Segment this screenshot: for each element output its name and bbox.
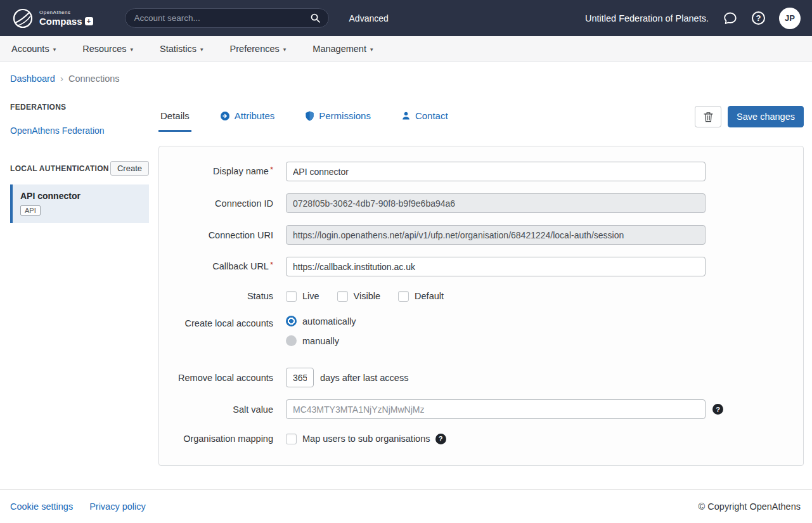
breadcrumb-connections: Connections: [68, 74, 120, 84]
chat-icon[interactable]: [723, 11, 738, 26]
federations-heading: FEDERATIONS: [10, 103, 149, 112]
checkbox-unchecked-icon[interactable]: [337, 291, 348, 302]
checkbox-unchecked-icon[interactable]: [286, 434, 297, 444]
create-connection-button[interactable]: Create: [110, 161, 149, 176]
checkbox-unchecked-icon[interactable]: [398, 291, 409, 302]
sidebar-item-api-connector[interactable]: API connector API: [10, 184, 149, 223]
remove-days-field[interactable]: [286, 368, 314, 387]
user-avatar[interactable]: JP: [779, 8, 801, 29]
form-row-connection-id: Connection ID: [159, 193, 803, 213]
callback-url-label: Callback URL*: [159, 259, 273, 274]
nav-item-statistics[interactable]: Statistics ▾: [160, 44, 203, 54]
chevron-down-icon: ▾: [370, 46, 373, 53]
create-accounts-automatically-radio[interactable]: automatically: [286, 316, 356, 326]
checkbox-unchecked-icon[interactable]: [286, 291, 297, 302]
federation-name: Untitled Federation of Planets.: [585, 13, 709, 23]
salt-help-icon[interactable]: ?: [712, 404, 723, 415]
map-users-checkbox[interactable]: Map users to sub organisations: [286, 434, 430, 444]
form-row-callback-url: Callback URL*: [159, 257, 803, 276]
copyright-text: © Copyright OpenAthens: [699, 501, 801, 512]
connection-uri-field: [286, 225, 706, 245]
breadcrumb-dashboard[interactable]: Dashboard: [10, 74, 55, 84]
arrow-circle-icon: [220, 111, 230, 121]
nav-item-preferences[interactable]: Preferences ▾: [230, 44, 287, 54]
main-panel: Details Attributes: [158, 93, 804, 483]
tab-attributes[interactable]: Attributes: [218, 101, 276, 132]
status-label: Status: [159, 288, 273, 304]
required-asterisk: *: [270, 165, 273, 174]
radio-unselected-icon[interactable]: [286, 335, 297, 346]
display-name-label: Display name*: [159, 164, 273, 179]
form-row-salt-value: Salt value ?: [159, 399, 803, 419]
help-icon[interactable]: ?: [752, 11, 765, 25]
sidebar: FEDERATIONS OpenAthens Federation LOCAL …: [10, 93, 149, 483]
radio-selected-icon[interactable]: [286, 316, 297, 326]
chevron-down-icon: ▾: [200, 46, 203, 53]
account-search: [125, 8, 329, 28]
openathens-logo[interactable]: OpenAthens Compass +: [11, 7, 93, 30]
nav-item-accounts[interactable]: Accounts ▾: [11, 44, 56, 54]
person-icon: [401, 111, 411, 120]
brand-line2: Compass: [39, 16, 82, 26]
organisation-mapping-label: Organisation mapping: [159, 431, 273, 446]
callback-url-field[interactable]: [286, 257, 706, 276]
search-icon[interactable]: [310, 13, 321, 23]
tab-details[interactable]: Details: [158, 101, 191, 132]
tab-permissions[interactable]: Permissions: [303, 101, 373, 132]
chevron-down-icon: ▾: [53, 46, 56, 53]
sidebar-item-openathens-federation[interactable]: OpenAthens Federation: [10, 126, 149, 136]
connection-id-label: Connection ID: [159, 196, 273, 211]
connection-type-badge: API: [20, 205, 41, 216]
create-accounts-manually-radio[interactable]: manually: [286, 335, 356, 346]
footer: Cookie settings Privacy policy © Copyrig…: [0, 489, 812, 523]
breadcrumb: Dashboard › Connections: [0, 62, 812, 93]
form-row-organisation-mapping: Organisation mapping Map users to sub or…: [159, 431, 803, 446]
brand-text: OpenAthens Compass +: [39, 10, 93, 26]
nav-item-management[interactable]: Management ▾: [313, 44, 373, 54]
connection-name: API connector: [20, 191, 141, 201]
advanced-search-link[interactable]: Advanced: [349, 13, 389, 23]
status-visible-checkbox[interactable]: Visible: [337, 291, 380, 302]
chevron-down-icon: ▾: [131, 46, 134, 53]
form-row-connection-uri: Connection URI: [159, 225, 803, 245]
cookie-settings-link[interactable]: Cookie settings: [10, 501, 73, 512]
salt-value-field[interactable]: [286, 399, 706, 419]
trash-icon: [704, 112, 713, 122]
delete-connection-button[interactable]: [695, 106, 721, 127]
organisation-mapping-help-icon[interactable]: ?: [435, 434, 446, 444]
form-row-status: Status Live Visible Default: [159, 288, 803, 304]
connection-uri-label: Connection URI: [159, 228, 273, 243]
local-authentication-heading: LOCAL AUTHENTICATION: [10, 164, 109, 173]
display-name-field[interactable]: [286, 162, 706, 181]
remove-days-suffix: days after last access: [320, 373, 408, 383]
status-live-checkbox[interactable]: Live: [286, 291, 319, 302]
globe-logo-icon: [11, 7, 34, 30]
connection-details-form: Display name* Connection ID Connection U…: [158, 146, 804, 466]
privacy-policy-link[interactable]: Privacy policy: [89, 501, 146, 512]
form-row-remove-local-accounts: Remove local accounts days after last ac…: [159, 368, 803, 387]
connection-id-field: [286, 193, 706, 213]
nav-item-resources[interactable]: Resources ▾: [82, 44, 133, 54]
main-nav: Accounts ▾ Resources ▾ Statistics ▾ Pref…: [0, 36, 812, 62]
status-default-checkbox[interactable]: Default: [398, 291, 444, 302]
remove-local-accounts-label: Remove local accounts: [159, 370, 273, 385]
breadcrumb-separator-icon: ›: [60, 73, 63, 84]
form-row-display-name: Display name*: [159, 162, 803, 181]
chevron-down-icon: ▾: [283, 46, 287, 53]
create-local-accounts-label: Create local accounts: [159, 316, 273, 331]
plus-badge-icon: +: [85, 17, 93, 25]
salt-value-label: Salt value: [159, 402, 273, 417]
topbar: OpenAthens Compass + Advanced Untitled F…: [0, 0, 812, 36]
search-input[interactable]: [134, 13, 310, 23]
save-changes-button[interactable]: Save changes: [728, 106, 804, 127]
required-asterisk: *: [270, 260, 273, 269]
form-row-create-local-accounts: Create local accounts automatically manu…: [159, 316, 803, 346]
connection-tabs: Details Attributes: [158, 101, 450, 132]
shield-icon: [305, 111, 314, 121]
brand-line1: OpenAthens: [39, 10, 93, 15]
tab-contact[interactable]: Contact: [399, 101, 450, 132]
